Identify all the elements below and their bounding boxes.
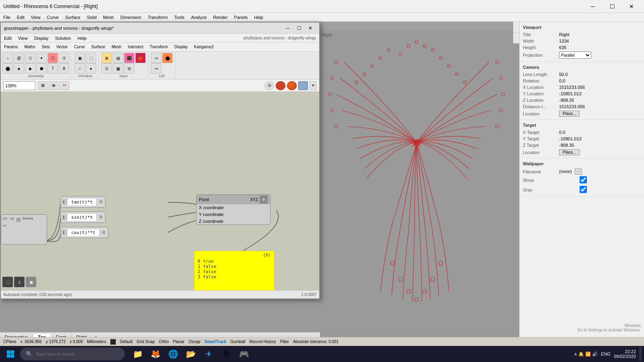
tool-u2[interactable]: ⬤	[162, 53, 173, 63]
menu-mesh[interactable]: Mesh	[100, 14, 117, 21]
wallpaper-show-checkbox[interactable]	[559, 176, 607, 183]
taskbar-edge[interactable]: 🌐	[165, 347, 181, 361]
menu-render[interactable]: Render	[210, 14, 231, 21]
close-button[interactable]: ✕	[622, 0, 641, 13]
wallpaper-browse-button[interactable]: ···	[575, 169, 582, 175]
taskbar-app7[interactable]: 🎮	[236, 347, 252, 361]
gh-tab-curve[interactable]: Curve	[71, 44, 88, 50]
tool-g4[interactable]: ⬟	[36, 63, 47, 74]
grid-snap[interactable]: Grid Snap	[136, 339, 155, 344]
gh-tab-vector[interactable]: Vector	[53, 44, 71, 50]
color-btn[interactable]	[298, 81, 308, 90]
tool-i1[interactable]: ⊞	[101, 53, 112, 63]
show-desktop-button[interactable]	[639, 347, 642, 361]
tool-spiral[interactable]: @	[14, 53, 24, 63]
tool-obj1[interactable]: ⬡	[25, 53, 35, 63]
gh-menu-solution[interactable]: Solution	[52, 35, 74, 41]
tan-node[interactable]: t tan(t)*t R	[60, 196, 105, 208]
gh-menu-help[interactable]: Help	[74, 35, 90, 41]
gh-close-button[interactable]: ✕	[305, 23, 316, 33]
tool-i3[interactable]: ⬛	[124, 53, 134, 63]
projection-select[interactable]: Parallel Perspective	[559, 51, 591, 59]
tool-g1[interactable]: ⬤	[2, 63, 13, 74]
ortho-toggle[interactable]: Ortho	[159, 339, 169, 344]
zoom-input[interactable]: 138%	[3, 81, 35, 90]
series-node[interactable]: art ep ⊞ Series nt	[1, 214, 47, 245]
gh-tab-intersect[interactable]: Intersect	[125, 44, 147, 50]
menu-dimension[interactable]: Dimension	[117, 14, 144, 21]
gh-menu-edit[interactable]: Edit	[1, 35, 15, 41]
tool-g3[interactable]: ◆	[25, 63, 35, 74]
gh-menu-display[interactable]: Display	[31, 35, 52, 41]
menu-view[interactable]: View	[28, 14, 44, 21]
pencil-btn[interactable]: ✏	[60, 81, 69, 90]
osnap-toggle[interactable]: Osnap	[188, 339, 200, 344]
taskbar-firefox[interactable]: 🦊	[147, 347, 163, 361]
tool-p2[interactable]: ⬚	[86, 53, 96, 63]
circular-btn-1[interactable]: ⊙	[264, 81, 274, 90]
menu-surface[interactable]: Surface	[62, 14, 84, 21]
gh-canvas[interactable]: art ep ⊞ Series nt t tan(t)*t R t sin(t)…	[1, 92, 319, 290]
gh-maximize-button[interactable]: ☐	[293, 23, 305, 33]
gh-minimize-button[interactable]: ─	[282, 23, 293, 33]
tool-u1[interactable]: ⇒	[151, 53, 161, 63]
gh-tab-surface[interactable]: Surface	[88, 44, 108, 50]
tool-g6[interactable]: A	[59, 63, 69, 74]
tool-i5[interactable]: ⊡	[101, 63, 112, 74]
gh-tab-sets[interactable]: Sets	[39, 44, 53, 50]
filter-label[interactable]: Filter	[280, 339, 289, 344]
menu-file[interactable]: File	[0, 14, 14, 21]
tool-obj2[interactable]: ✦	[36, 53, 47, 63]
gh-tab-mesh[interactable]: Mesh	[108, 44, 124, 50]
taskbar-filemanager[interactable]: 📁	[130, 347, 146, 361]
gh-tab-maths[interactable]: Maths	[21, 44, 38, 50]
tool-num1[interactable]: ①	[59, 53, 69, 63]
tool-i6[interactable]: ▦	[113, 63, 123, 74]
dropdown-btn[interactable]: ▼	[310, 81, 317, 90]
gumball-toggle[interactable]: Gumball	[230, 339, 245, 344]
gh-menu-view[interactable]: View	[15, 35, 31, 41]
menu-help[interactable]: Help	[251, 14, 266, 21]
sin-node[interactable]: t sin(t)*t R	[60, 212, 105, 223]
menu-transform[interactable]: Transform	[144, 14, 171, 21]
record-history[interactable]: Record History	[250, 339, 276, 344]
circular-btn-3[interactable]	[287, 81, 297, 90]
search-input[interactable]	[36, 352, 119, 356]
tool-i4[interactable]: 🍎	[135, 53, 146, 63]
circular-btn-2[interactable]	[276, 81, 285, 90]
taskbar-files[interactable]: 📂	[183, 347, 199, 361]
canvas-icon-3[interactable]: ▣	[26, 277, 36, 287]
menu-analyze[interactable]: Analyze	[188, 14, 210, 21]
camera-place-button[interactable]: Place...	[559, 111, 580, 117]
tool-g2[interactable]: ◈	[14, 63, 24, 74]
maximize-button[interactable]: ☐	[603, 0, 621, 13]
tool-p1[interactable]: ▣	[74, 53, 85, 63]
view-btn[interactable]: 👁	[49, 81, 58, 90]
tool-circle[interactable]: ○	[2, 53, 13, 63]
canvas-icon-2[interactable]: ⤓	[14, 277, 25, 287]
tool-i7[interactable]: ⊟	[124, 63, 134, 74]
data-panel[interactable]: {0} 0 true 1 false 2 false 3 false	[194, 251, 275, 290]
point-node[interactable]: Point XYZ ⊕ X coordinate Y coordinate Z …	[196, 194, 270, 225]
menu-curve[interactable]: Curve	[43, 14, 62, 21]
taskbar-telegram[interactable]: ✈	[200, 347, 217, 361]
tool-frame[interactable]: ☐	[47, 53, 58, 63]
planar-toggle[interactable]: Planar	[173, 339, 184, 344]
taskbar-app6[interactable]: ⚙	[218, 347, 234, 361]
minimize-button[interactable]: ─	[584, 0, 602, 13]
tool-u3[interactable]: ⇒	[151, 63, 161, 74]
start-button[interactable]	[2, 347, 19, 361]
canvas-icon-1[interactable]: ⬚	[2, 277, 13, 287]
menu-panels[interactable]: Panels	[231, 14, 251, 21]
menu-edit[interactable]: Edit	[14, 14, 28, 21]
gh-tab-display[interactable]: Display	[171, 44, 191, 50]
wallpaper-gray-checkbox[interactable]	[559, 186, 607, 193]
menu-solid[interactable]: Solid	[84, 14, 100, 21]
tool-i2[interactable]: ▤	[113, 53, 123, 63]
tool-g5[interactable]: 7	[47, 63, 58, 74]
menu-tools[interactable]: Tools	[171, 14, 188, 21]
tool-p3[interactable]: ○	[74, 63, 85, 74]
target-place-button[interactable]: Place...	[559, 149, 580, 155]
taskbar-search[interactable]: 🔍	[20, 348, 125, 360]
cos-node[interactable]: t cos(t)³*t R	[60, 227, 108, 238]
